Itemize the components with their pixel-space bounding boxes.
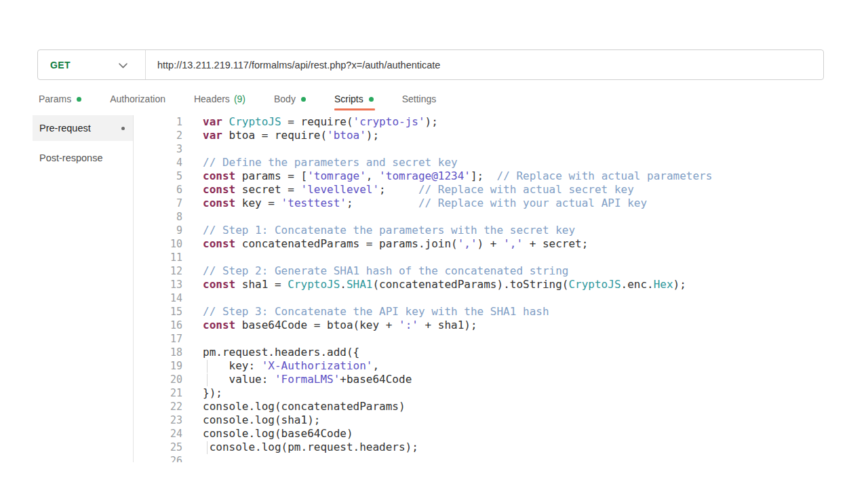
sidebar-item-label: Pre-request — [39, 123, 91, 134]
line-number: 20 — [134, 373, 182, 386]
tab-label: Authorization — [110, 94, 165, 104]
method-label: GET — [50, 60, 71, 70]
code-line[interactable]: 1var CryptoJS = require('crypto-js'); — [134, 115, 841, 129]
line-content: console.log(concatenatedParams) — [203, 400, 406, 413]
code-line[interactable]: 12// Step 2: Generate SHA1 hash of the c… — [134, 264, 841, 278]
url-input[interactable]: http://13.211.219.117/formalms/api/rest.… — [146, 50, 823, 79]
tab-label: Body — [274, 94, 296, 104]
line-content: const concatenatedParams = params.join('… — [203, 237, 588, 251]
code-line[interactable]: 17 — [134, 332, 841, 346]
code-line[interactable]: 14 — [134, 291, 841, 305]
sidebar-item-post-response[interactable]: Post-response — [33, 145, 133, 171]
code-line[interactable]: 9// Step 1: Concatenate the parameters w… — [134, 224, 841, 237]
modified-dot — [77, 97, 81, 102]
scripts-sidebar: Pre-request Post-response — [33, 115, 133, 171]
line-number: 13 — [134, 278, 182, 291]
line-content: pm.request.headers.add({ — [203, 346, 359, 359]
code-line[interactable]: 21}); — [134, 386, 841, 400]
tab-label: Settings — [402, 94, 437, 104]
code-line[interactable]: 25 console.log(pm.request.headers); — [134, 441, 841, 454]
code-line[interactable]: 19 key: 'X-Authorization', — [134, 359, 841, 373]
line-content: const sha1 = CryptoJS.SHA1(concatenatedP… — [203, 278, 686, 291]
code-line[interactable]: 15// Step 3: Concatenate the API key wit… — [134, 305, 841, 319]
sidebar-item-label: Post-response — [39, 152, 103, 163]
line-content: // Define the parameters and secret key — [203, 156, 458, 169]
tab-label: Scripts — [334, 94, 363, 104]
code-line[interactable]: 13const sha1 = CryptoJS.SHA1(concatenate… — [134, 278, 841, 291]
code-line[interactable]: 10const concatenatedParams = params.join… — [134, 237, 841, 251]
line-number: 12 — [134, 264, 182, 278]
line-content: console.log(sha1); — [203, 413, 320, 427]
code-line[interactable]: 8 — [134, 210, 841, 224]
line-content: value: 'FormaLMS'+base64Code — [203, 373, 412, 386]
line-number: 16 — [134, 319, 182, 332]
line-content: }); — [203, 386, 222, 400]
code-line[interactable]: 3 — [134, 142, 841, 156]
tab-authorization[interactable]: Authorization — [110, 89, 165, 109]
method-selector[interactable]: GET — [38, 50, 145, 79]
code-line[interactable]: 20 value: 'FormaLMS'+base64Code — [134, 373, 841, 386]
modified-dot — [369, 97, 374, 102]
line-content: key: 'X-Authorization', — [203, 359, 379, 373]
code-line[interactable]: 23console.log(sha1); — [134, 413, 841, 427]
modified-dot — [301, 97, 306, 102]
code-line[interactable]: 22console.log(concatenatedParams) — [134, 400, 841, 413]
code-line[interactable]: 4// Define the parameters and secret key — [134, 156, 841, 169]
indent-guide — [207, 373, 208, 386]
line-content: const secret = 'levellevel'; // Replace … — [203, 183, 634, 197]
code-line[interactable]: 2var btoa = require('btoa'); — [134, 129, 841, 142]
line-number: 6 — [134, 183, 182, 197]
line-content: // Step 1: Concatenate the parameters wi… — [203, 224, 575, 237]
tab-label: Headers — [194, 94, 230, 104]
line-content: // Step 2: Generate SHA1 hash of the con… — [203, 264, 568, 278]
line-number: 2 — [134, 129, 182, 142]
indent-guide — [207, 441, 208, 454]
line-number: 22 — [134, 400, 182, 413]
line-content: var btoa = require('btoa'); — [203, 129, 379, 142]
line-number: 8 — [134, 210, 182, 224]
line-content: console.log(pm.request.headers); — [203, 441, 418, 454]
tab-headers[interactable]: Headers(9) — [194, 89, 245, 109]
code-line[interactable]: 5const params = ['tomrage', 'tomrage@123… — [134, 169, 841, 183]
line-number: 17 — [134, 332, 182, 346]
line-content: console.log(base64Code) — [203, 427, 353, 441]
code-editor[interactable]: 1var CryptoJS = require('crypto-js');2va… — [133, 115, 841, 462]
line-content: // Step 3: Concatenate the API key with … — [203, 305, 549, 319]
code-line[interactable]: 7const key = 'testtest'; // Replace with… — [134, 197, 841, 210]
line-number: 11 — [134, 251, 182, 264]
line-content: const key = 'testtest'; // Replace with … — [203, 197, 647, 210]
line-number: 3 — [134, 142, 182, 156]
line-number: 15 — [134, 305, 182, 319]
line-number: 1 — [134, 115, 182, 129]
line-number: 18 — [134, 346, 182, 359]
tab-settings[interactable]: Settings — [402, 89, 437, 109]
line-number: 10 — [134, 237, 182, 251]
sidebar-item-pre-request[interactable]: Pre-request — [33, 115, 133, 141]
line-number: 4 — [134, 156, 182, 169]
chevron-down-icon — [119, 59, 127, 71]
tab-count: (9) — [234, 94, 245, 104]
code-line[interactable]: 24console.log(base64Code) — [134, 427, 841, 441]
code-line[interactable]: 26 — [134, 454, 841, 462]
code-line[interactable]: 16const base64Code = btoa(key + ':' + sh… — [134, 319, 841, 332]
line-number: 21 — [134, 386, 182, 400]
line-number: 24 — [134, 427, 182, 441]
indent-guide — [207, 360, 208, 373]
tab-scripts[interactable]: Scripts — [334, 89, 374, 109]
code-line[interactable]: 11 — [134, 251, 841, 264]
line-number: 9 — [134, 224, 182, 237]
line-content: var CryptoJS = require('crypto-js'); — [203, 115, 438, 129]
line-number: 26 — [134, 454, 182, 462]
line-number: 25 — [134, 441, 182, 454]
line-content: const base64Code = btoa(key + ':' + sha1… — [203, 319, 477, 332]
tab-params[interactable]: Params — [39, 89, 81, 109]
code-line[interactable]: 18pm.request.headers.add({ — [134, 346, 841, 359]
line-number: 19 — [134, 359, 182, 373]
line-number: 5 — [134, 169, 182, 183]
line-number: 7 — [134, 197, 182, 210]
tab-label: Params — [39, 94, 71, 104]
url-bar: GET http://13.211.219.117/formalms/api/r… — [37, 49, 824, 80]
code-line[interactable]: 6const secret = 'levellevel'; // Replace… — [134, 183, 841, 197]
modified-dot — [121, 127, 125, 130]
tab-body[interactable]: Body — [274, 89, 306, 109]
